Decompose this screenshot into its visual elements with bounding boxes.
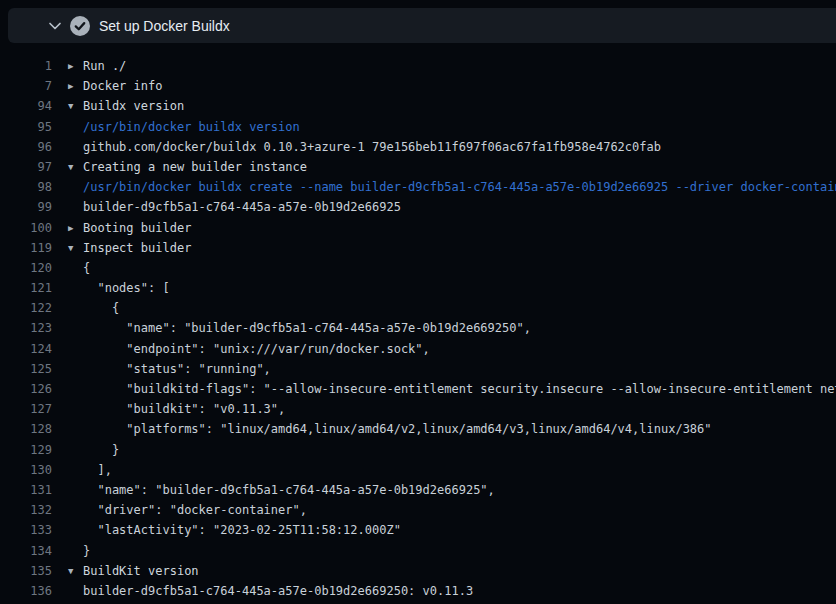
- log-lines: 1▶Run ./7▶Docker info94▼Buildx version95…: [0, 43, 836, 604]
- workflow-log-viewer: Set up Docker Buildx 1▶Run ./7▶Docker in…: [0, 0, 836, 604]
- log-line: 98/usr/bin/docker buildx create --name b…: [0, 177, 836, 197]
- log-line: 127 "buildkit": "v0.11.3",: [0, 399, 836, 419]
- line-number[interactable]: 97: [0, 157, 52, 177]
- log-text: Inspect builder: [83, 241, 191, 255]
- triangle-down-icon[interactable]: ▼: [68, 157, 73, 177]
- output-text: "endpoint": "unix:///var/run/docker.sock…: [52, 339, 430, 359]
- log-text: Run ./: [83, 59, 126, 73]
- log-text: ],: [83, 463, 112, 477]
- line-number[interactable]: 130: [0, 460, 52, 480]
- log-line: 130 ],: [0, 460, 836, 480]
- line-number[interactable]: 134: [0, 541, 52, 561]
- output-text: {: [52, 258, 90, 278]
- log-line: 128 "platforms": "linux/amd64,linux/amd6…: [0, 419, 836, 439]
- log-group-row[interactable]: 135▼BuildKit version: [0, 561, 836, 581]
- log-line: 134}: [0, 541, 836, 561]
- log-text: }: [83, 544, 90, 558]
- line-number[interactable]: 127: [0, 399, 52, 419]
- log-line: 136builder-d9cfb5a1-c764-445a-a57e-0b19d…: [0, 581, 836, 601]
- output-text: "nodes": [: [52, 278, 170, 298]
- line-number[interactable]: 119: [0, 238, 52, 258]
- log-text: "lastActivity": "2023-02-25T11:58:12.000…: [83, 523, 401, 537]
- output-text: }: [52, 541, 90, 561]
- output-text: "buildkitd-flags": "--allow-insecure-ent…: [52, 379, 836, 399]
- log-group-row[interactable]: 1▶Run ./: [0, 56, 836, 76]
- triangle-right-icon[interactable]: ▶: [68, 56, 73, 76]
- triangle-down-icon[interactable]: ▼: [68, 96, 73, 116]
- line-number[interactable]: 129: [0, 440, 52, 460]
- command-text: /usr/bin/docker buildx version: [52, 117, 300, 137]
- log-text: "buildkitd-flags": "--allow-insecure-ent…: [83, 382, 836, 396]
- log-line: 124 "endpoint": "unix:///var/run/docker.…: [0, 339, 836, 359]
- group-title: ▼Inspect builder: [52, 238, 191, 258]
- line-number[interactable]: 125: [0, 359, 52, 379]
- triangle-right-icon[interactable]: ▶: [68, 76, 73, 96]
- triangle-down-icon[interactable]: ▼: [68, 561, 73, 581]
- line-number[interactable]: 122: [0, 298, 52, 318]
- log-text: Creating a new builder instance: [83, 160, 307, 174]
- line-number[interactable]: 135: [0, 561, 52, 581]
- log-group-row[interactable]: 119▼Inspect builder: [0, 238, 836, 258]
- output-text: "buildkit": "v0.11.3",: [52, 399, 285, 419]
- line-number[interactable]: 124: [0, 339, 52, 359]
- log-group-row[interactable]: 100▶Booting builder: [0, 218, 836, 238]
- line-number[interactable]: 95: [0, 117, 52, 137]
- log-text: "endpoint": "unix:///var/run/docker.sock…: [83, 342, 430, 356]
- log-text: /usr/bin/docker buildx create --name bui…: [83, 180, 836, 194]
- log-text: Docker info: [83, 79, 162, 93]
- output-text: builder-d9cfb5a1-c764-445a-a57e-0b19d2e6…: [52, 197, 401, 217]
- log-text: "status": "running",: [83, 362, 271, 376]
- triangle-down-icon[interactable]: ▼: [68, 238, 73, 258]
- log-group-row[interactable]: 97▼Creating a new builder instance: [0, 157, 836, 177]
- output-text: "status": "running",: [52, 359, 271, 379]
- step-header[interactable]: Set up Docker Buildx: [8, 8, 836, 43]
- step-title: Set up Docker Buildx: [99, 18, 230, 34]
- log-text: "name": "builder-d9cfb5a1-c764-445a-a57e…: [83, 483, 495, 497]
- group-title: ▶Booting builder: [52, 218, 191, 238]
- line-number[interactable]: 94: [0, 96, 52, 116]
- line-number[interactable]: 133: [0, 520, 52, 540]
- chevron-down-icon[interactable]: [47, 18, 63, 34]
- output-text: {: [52, 298, 119, 318]
- line-number[interactable]: 121: [0, 278, 52, 298]
- output-text: "platforms": "linux/amd64,linux/amd64/v2…: [52, 419, 712, 439]
- log-text: builder-d9cfb5a1-c764-445a-a57e-0b19d2e6…: [83, 584, 473, 598]
- line-number[interactable]: 98: [0, 177, 52, 197]
- log-text: {: [83, 301, 119, 315]
- line-number[interactable]: 99: [0, 197, 52, 217]
- log-line: 123 "name": "builder-d9cfb5a1-c764-445a-…: [0, 318, 836, 338]
- log-line: 129 }: [0, 440, 836, 460]
- log-line: 133 "lastActivity": "2023-02-25T11:58:12…: [0, 520, 836, 540]
- line-number[interactable]: 7: [0, 76, 52, 96]
- line-number[interactable]: 131: [0, 480, 52, 500]
- line-number[interactable]: 128: [0, 419, 52, 439]
- check-circle-icon: [70, 16, 90, 36]
- line-number[interactable]: 126: [0, 379, 52, 399]
- line-number[interactable]: 120: [0, 258, 52, 278]
- log-line: 121 "nodes": [: [0, 278, 836, 298]
- group-title: ▼Creating a new builder instance: [52, 157, 307, 177]
- log-group-row[interactable]: 7▶Docker info: [0, 76, 836, 96]
- line-number[interactable]: 96: [0, 137, 52, 157]
- group-title: ▶Docker info: [52, 76, 162, 96]
- line-number[interactable]: 123: [0, 318, 52, 338]
- command-text: /usr/bin/docker buildx create --name bui…: [52, 177, 836, 197]
- group-title: ▼BuildKit version: [52, 561, 199, 581]
- log-text: {: [83, 261, 90, 275]
- output-text: ],: [52, 460, 112, 480]
- output-text: "lastActivity": "2023-02-25T11:58:12.000…: [52, 520, 401, 540]
- log-text: github.com/docker/buildx 0.10.3+azure-1 …: [83, 140, 661, 154]
- log-text: "driver": "docker-container",: [83, 503, 307, 517]
- output-text: "name": "builder-d9cfb5a1-c764-445a-a57e…: [52, 318, 531, 338]
- log-group-row[interactable]: 94▼Buildx version: [0, 96, 836, 116]
- line-number[interactable]: 132: [0, 500, 52, 520]
- log-text: BuildKit version: [83, 564, 199, 578]
- line-number[interactable]: 100: [0, 218, 52, 238]
- line-number[interactable]: 136: [0, 581, 52, 601]
- log-text: "buildkit": "v0.11.3",: [83, 402, 285, 416]
- output-text: github.com/docker/buildx 0.10.3+azure-1 …: [52, 137, 661, 157]
- log-text: }: [83, 443, 119, 457]
- triangle-right-icon[interactable]: ▶: [68, 218, 73, 238]
- line-number[interactable]: 1: [0, 56, 52, 76]
- output-text: }: [52, 440, 119, 460]
